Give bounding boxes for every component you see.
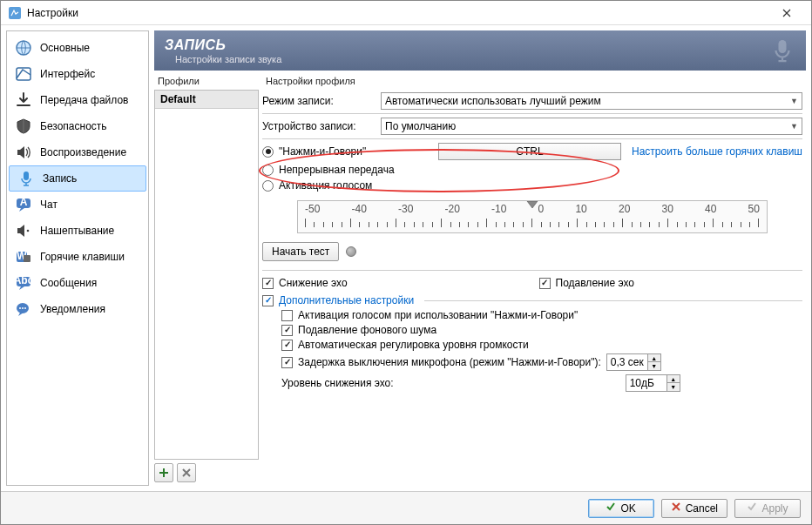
ticks — [305, 215, 760, 227]
vad-row: Активация голосом — [262, 179, 802, 192]
continuous-radio[interactable] — [262, 165, 274, 176]
adv-agc-checkbox[interactable] — [281, 340, 293, 351]
slider-handle[interactable] — [525, 201, 539, 216]
chat-icon: A — [14, 195, 33, 214]
adv-vad-ptt-row: Активация голосом при использовании "Наж… — [281, 309, 802, 321]
sidebar-item-general[interactable]: Основные — [7, 35, 148, 61]
mode-label: Режим записи: — [262, 95, 376, 107]
advanced-checkbox[interactable] — [262, 295, 274, 306]
start-test-button[interactable]: Начать тест — [262, 242, 339, 261]
footer: OK Cancel Apply — [1, 491, 811, 524]
test-row: Начать тест — [262, 242, 802, 261]
sidebar-item-security[interactable]: Безопасность — [7, 113, 148, 139]
profiles-header: Профили — [154, 71, 259, 90]
svg-rect-3 — [24, 172, 29, 180]
ptt-hotkey-field[interactable]: CTRL — [438, 143, 621, 160]
cancel-button[interactable]: Cancel — [661, 499, 727, 518]
echo-cancel-row: Подавление эхо — [539, 277, 634, 289]
notification-icon — [14, 300, 33, 319]
profiles-list[interactable]: Default — [154, 90, 259, 460]
sidebar-item-interface[interactable]: Интерфейс — [7, 61, 148, 87]
sidebar-item-record[interactable]: Запись — [9, 165, 146, 192]
nav-label: Сообщения — [40, 277, 97, 289]
apply-icon — [747, 501, 757, 515]
continuous-row: Непрерывная передача — [262, 164, 802, 176]
profiles-column: Профили Default — [154, 71, 259, 486]
echo-cancel-label: Подавление эхо — [556, 277, 634, 289]
nav-label: Уведомления — [40, 303, 105, 315]
continuous-label: Непрерывная передача — [279, 164, 395, 176]
adv-noise-row: Подавление фонового шума — [281, 324, 802, 336]
vad-threshold-slider[interactable]: -50 -40 -30 -20 -10 0 10 20 30 40 50 — [297, 200, 768, 233]
messages-icon: Abc — [14, 273, 33, 293]
adv-agc-label: Автоматическая регулировка уровня громко… — [298, 339, 529, 351]
echo-level-row: Уровень снижения эхо: 10дБ ▲▼ — [281, 374, 802, 392]
echo-reduce-checkbox[interactable] — [262, 278, 274, 289]
mode-value: Автоматически использовать лучший режим — [385, 95, 601, 107]
globe-icon — [14, 38, 33, 57]
separator — [262, 113, 802, 114]
ptt-radio[interactable] — [262, 146, 274, 158]
svg-point-15 — [24, 307, 26, 309]
btn-label: Начать тест — [272, 246, 329, 258]
separator — [262, 270, 802, 271]
adv-vad-ptt-checkbox[interactable] — [281, 310, 293, 321]
delay-spinner[interactable]: 0,3 сек ▲▼ — [606, 353, 661, 371]
sidebar-item-notifications[interactable]: Уведомления — [7, 296, 148, 322]
nav-label: Передача файлов — [40, 94, 129, 106]
nav-label: Нашептывание — [40, 225, 114, 237]
spin-up[interactable]: ▲ — [667, 375, 680, 383]
vad-radio[interactable] — [262, 180, 274, 192]
apply-button[interactable]: Apply — [734, 499, 801, 518]
more-hotkeys-link[interactable]: Настроить больше горячих клавиш — [632, 145, 802, 158]
tick-label: -50 — [305, 203, 320, 215]
echo-reduce-row: Снижение эхо — [262, 277, 348, 289]
content: ЗАПИСЬ Настройки записи звука Профили De… — [154, 30, 806, 486]
body: Основные Интерфейс Передача файлов Безоп… — [1, 25, 811, 491]
nav-label: Горячие клавиши — [40, 251, 125, 263]
banner-title: ЗАПИСЬ — [165, 37, 795, 53]
sidebar-item-messages[interactable]: Abc Сообщения — [7, 270, 148, 296]
sidebar-item-whisper[interactable]: Нашептывание — [7, 218, 148, 244]
adv-delay-row: Задержка выключения микрофона (режим "На… — [281, 353, 802, 371]
settings-window: Настройки Основные Интерфейс Передача фа… — [0, 0, 812, 525]
advanced-row: Дополнительные настройки — [262, 294, 802, 306]
sidebar-item-filetransfer[interactable]: Передача файлов — [7, 87, 148, 113]
delete-profile-button[interactable] — [177, 463, 196, 482]
window-title: Настройки — [27, 7, 769, 19]
echo-cancel-checkbox[interactable] — [539, 278, 551, 289]
ptt-label: "Нажми-и-Говори" — [279, 145, 366, 158]
adv-noise-label: Подавление фонового шума — [298, 324, 436, 336]
svg-point-6 — [27, 230, 30, 232]
caret-down-icon: ▼ — [790, 97, 798, 105]
spin-down[interactable]: ▼ — [648, 362, 660, 370]
profile-item[interactable]: Default — [155, 91, 258, 109]
ptt-row: "Нажми-и-Говори" CTRL Настроить больше г… — [262, 143, 802, 160]
tick-label: -10 — [491, 203, 506, 215]
add-profile-button[interactable] — [154, 463, 173, 482]
app-icon — [8, 6, 22, 20]
adv-noise-checkbox[interactable] — [281, 325, 293, 336]
advanced-label: Дополнительные настройки — [279, 294, 414, 306]
spin-down[interactable]: ▼ — [667, 383, 680, 391]
spin-up[interactable]: ▲ — [648, 354, 660, 362]
sidebar: Основные Интерфейс Передача файлов Безоп… — [6, 30, 149, 486]
adv-delay-checkbox[interactable] — [281, 357, 293, 368]
adv-delay-label: Задержка выключения микрофона (режим "На… — [298, 356, 601, 368]
close-button[interactable] — [769, 3, 804, 24]
device-select[interactable]: По умолчанию ▼ — [381, 118, 802, 135]
adv-vad-ptt-label: Активация голосом при использовании "Наж… — [298, 309, 578, 321]
echo-level-label: Уровень снижения эхо: — [281, 377, 394, 389]
titlebar: Настройки — [1, 1, 811, 25]
sidebar-item-playback[interactable]: Воспроизведение — [7, 139, 148, 165]
ok-button[interactable]: OK — [588, 499, 654, 518]
mode-select[interactable]: Автоматически использовать лучший режим … — [381, 92, 802, 110]
mode-row: Режим записи: Автоматически использовать… — [262, 92, 802, 110]
echo-level-spinner[interactable]: 10дБ ▲▼ — [626, 374, 680, 392]
device-value: По умолчанию — [385, 120, 456, 132]
svg-rect-16 — [779, 40, 787, 53]
caret-down-icon: ▼ — [790, 122, 798, 131]
sidebar-item-chat[interactable]: A Чат — [7, 192, 148, 218]
svg-text:Abc: Abc — [15, 274, 32, 286]
sidebar-item-hotkeys[interactable]: W Горячие клавиши — [7, 244, 148, 270]
